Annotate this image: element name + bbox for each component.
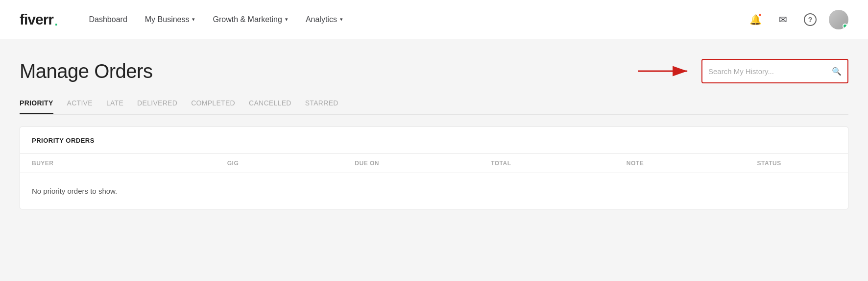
notification-bell-button[interactable]: 🔔 — [747, 11, 764, 28]
navbar-nav: Dashboard My Business ▾ Growth & Marketi… — [82, 11, 747, 28]
chevron-down-icon: ▾ — [192, 16, 195, 23]
tab-completed-label: COMPLETED — [191, 99, 235, 107]
annotation-arrow — [638, 61, 697, 81]
nav-label-growth-marketing: Growth & Marketing — [213, 15, 282, 24]
tab-priority-label: PRIORITY — [20, 99, 53, 107]
logo[interactable]: fiverr. — [20, 11, 59, 28]
orders-section: PRIORITY ORDERS BUYER GIG DUE ON TOTAL N… — [20, 127, 848, 209]
navbar: fiverr. Dashboard My Business ▾ Growth &… — [0, 0, 868, 39]
chevron-down-icon: ▾ — [340, 16, 343, 23]
orders-table-header: BUYER GIG DUE ON TOTAL NOTE STATUS — [20, 154, 848, 173]
page-header: Manage Orders 🔍 — [20, 59, 848, 83]
chevron-down-icon: ▾ — [285, 16, 288, 23]
messages-button[interactable]: ✉ — [774, 11, 792, 28]
help-button[interactable]: ? — [801, 11, 819, 28]
search-icon: 🔍 — [832, 67, 842, 76]
red-arrow-svg — [638, 61, 697, 81]
col-due-on: DUE ON — [300, 160, 434, 167]
notification-dot — [758, 13, 762, 17]
orders-empty-message: No priority orders to show. — [20, 173, 848, 209]
avatar[interactable] — [829, 10, 848, 29]
col-status: STATUS — [702, 160, 836, 167]
search-annotation: 🔍 — [638, 59, 848, 83]
col-note: NOTE — [568, 160, 702, 167]
col-gig: GIG — [166, 160, 300, 167]
navbar-actions: 🔔 ✉ ? — [747, 10, 848, 29]
nav-label-my-business: My Business — [145, 15, 190, 24]
page-title: Manage Orders — [20, 60, 152, 82]
tabs: PRIORITY ACTIVE LATE DELIVERED COMPLETED… — [20, 99, 848, 115]
search-box: 🔍 — [701, 59, 848, 83]
tab-delivered-label: DELIVERED — [137, 99, 177, 107]
nav-item-my-business[interactable]: My Business ▾ — [138, 11, 202, 28]
tab-cancelled[interactable]: CANCELLED — [249, 99, 291, 114]
tab-completed[interactable]: COMPLETED — [191, 99, 235, 114]
tab-active[interactable]: ACTIVE — [67, 99, 93, 114]
tab-delivered[interactable]: DELIVERED — [137, 99, 177, 114]
orders-section-header: PRIORITY ORDERS — [20, 127, 848, 154]
help-icon: ? — [804, 13, 817, 26]
online-indicator — [843, 24, 847, 28]
nav-label-dashboard: Dashboard — [89, 15, 127, 24]
nav-label-analytics: Analytics — [306, 15, 337, 24]
logo-text: fiverr — [20, 11, 53, 28]
orders-section-title: PRIORITY ORDERS — [32, 137, 95, 144]
tab-starred[interactable]: STARRED — [305, 99, 338, 114]
tab-priority[interactable]: PRIORITY — [20, 99, 53, 114]
empty-text: No priority orders to show. — [32, 187, 117, 195]
tab-late[interactable]: LATE — [106, 99, 123, 114]
nav-item-analytics[interactable]: Analytics ▾ — [299, 11, 350, 28]
tab-active-label: ACTIVE — [67, 99, 93, 107]
tab-starred-label: STARRED — [305, 99, 338, 107]
tab-cancelled-label: CANCELLED — [249, 99, 291, 107]
col-total: TOTAL — [434, 160, 568, 167]
mail-icon: ✉ — [779, 14, 787, 26]
search-input[interactable] — [708, 67, 828, 76]
logo-dot: . — [54, 11, 58, 28]
nav-item-growth-marketing[interactable]: Growth & Marketing ▾ — [206, 11, 294, 28]
col-buyer: BUYER — [32, 160, 166, 167]
nav-item-dashboard[interactable]: Dashboard — [82, 11, 134, 28]
tab-late-label: LATE — [106, 99, 123, 107]
main-content: Manage Orders 🔍 — [0, 39, 868, 281]
